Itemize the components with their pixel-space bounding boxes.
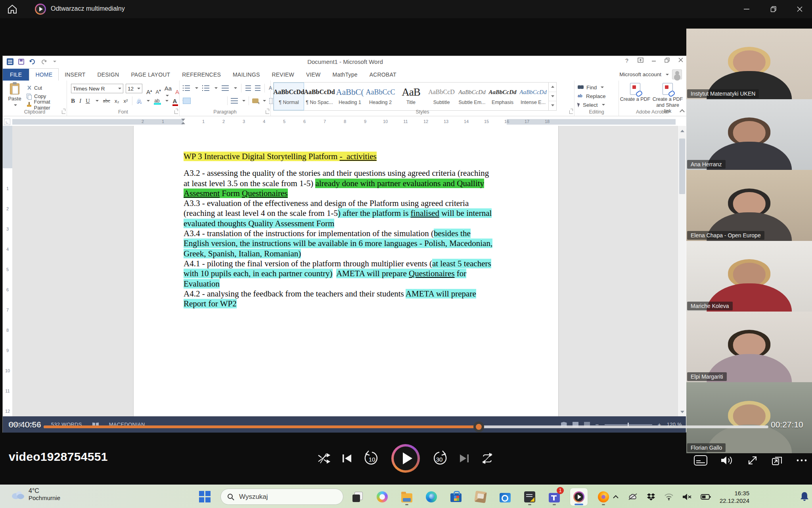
clear-formatting-button[interactable]: A [175, 89, 179, 95]
tab-acrobat[interactable]: ACROBAT [364, 69, 402, 81]
collapse-ribbon-icon[interactable] [680, 110, 684, 113]
paragraph-dialog-launcher[interactable] [266, 110, 269, 114]
format-painter-button[interactable]: Format Painter [27, 100, 67, 109]
more-options-icon[interactable] [796, 455, 807, 466]
paste-button[interactable]: Paste [5, 83, 24, 108]
font-color-button[interactable]: A [173, 98, 177, 104]
styles-scrollbar[interactable] [548, 83, 556, 110]
seek-bar[interactable] [44, 425, 768, 428]
restore-icon[interactable] [764, 0, 783, 18]
onedrive-paused-icon[interactable] [628, 493, 638, 501]
volume-icon[interactable] [720, 455, 734, 466]
media-player-icon[interactable] [570, 488, 588, 506]
font-name-select[interactable]: Times New R [71, 84, 123, 93]
vertical-ruler[interactable]: 123456789101112 [3, 126, 12, 416]
scrollbar-thumb[interactable] [679, 139, 685, 194]
justify-button[interactable] [216, 98, 224, 104]
scroll-down-icon[interactable] [680, 411, 684, 413]
tab-page-layout[interactable]: PAGE LAYOUT [125, 69, 176, 81]
cut-button[interactable]: Cut [27, 84, 67, 92]
tab-selector[interactable]: ∟ [4, 119, 10, 125]
tab-design[interactable]: DESIGN [91, 69, 125, 81]
style-emphasis[interactable]: AaBbCcDdEmphasis [487, 83, 518, 110]
tab-home[interactable]: HOME [29, 68, 59, 81]
dropbox-icon[interactable] [647, 493, 655, 501]
style-subtle-em-[interactable]: AaBbCcDdSubtle Em... [457, 83, 487, 110]
font-size-select[interactable]: 12 [126, 84, 142, 93]
decrease-indent-icon[interactable] [245, 85, 251, 91]
tab-insert[interactable]: INSERT [59, 69, 91, 81]
align-left-button[interactable] [183, 98, 191, 104]
highlight-color-button[interactable]: ab [154, 99, 159, 103]
copilot-icon[interactable] [373, 488, 391, 506]
edge-icon[interactable] [423, 488, 440, 506]
style--no-spac-[interactable]: AaBbCcDd¶ No Spac... [304, 83, 335, 110]
clipboard-dialog-launcher[interactable] [62, 110, 65, 114]
mini-player-icon[interactable] [771, 455, 783, 466]
repeat-off-icon[interactable] [481, 452, 494, 464]
minimize-icon[interactable] [737, 0, 756, 18]
word-close-icon[interactable] [677, 58, 684, 64]
indent-marker[interactable] [181, 119, 185, 121]
scroll-up-icon[interactable] [680, 130, 684, 132]
style-intense-e-[interactable]: AaBbCcDdIntense E... [518, 83, 548, 110]
line-spacing-icon[interactable] [231, 98, 238, 104]
increase-indent-icon[interactable] [255, 85, 260, 91]
style-title[interactable]: AaBTitle [396, 83, 426, 110]
close-icon[interactable] [791, 0, 809, 18]
indent-marker-bottom[interactable] [181, 122, 185, 124]
bold-button[interactable]: B [71, 98, 75, 104]
tab-file[interactable]: FILE [3, 69, 29, 81]
fullscreen-icon[interactable] [747, 455, 758, 466]
wifi-icon[interactable] [664, 493, 674, 500]
taskbar-clock[interactable]: 16:35 22.12.2024 [720, 489, 749, 504]
start-button[interactable] [199, 491, 211, 502]
subscript-button[interactable]: x₂ [115, 98, 119, 104]
select-button[interactable]: Select [578, 100, 606, 109]
tab-references[interactable]: REFERENCES [176, 69, 227, 81]
help-icon[interactable]: ? [623, 58, 630, 64]
tab-mathtype[interactable]: MathType [327, 69, 364, 81]
document-text[interactable]: WP 3 Interactive Digital Storytelling Pl… [184, 152, 559, 309]
style-heading-1[interactable]: AaBbC(Heading 1 [335, 83, 365, 110]
tab-view[interactable]: VIEW [300, 69, 327, 81]
play-icon[interactable] [391, 444, 420, 473]
captions-icon[interactable] [694, 455, 707, 466]
microsoft-store-icon[interactable] [447, 488, 465, 506]
style-subtitle[interactable]: AaBbCcDSubtitle [426, 83, 457, 110]
file-explorer-icon[interactable] [398, 488, 416, 506]
create-pdf-button[interactable]: Create a PDF [620, 83, 651, 102]
task-view-icon[interactable] [349, 488, 366, 506]
volume-muted-icon[interactable] [682, 493, 692, 501]
underline-dropdown-icon[interactable] [96, 100, 99, 102]
style--normal[interactable]: AaBbCcDd¶ Normal [274, 83, 304, 110]
horizontal-ruler[interactable]: ∟ 21123456789101112131415161718 [3, 118, 686, 126]
ribbon-options-icon[interactable] [637, 58, 644, 64]
word-restore-icon[interactable] [664, 58, 671, 64]
document-page[interactable]: WP 3 Interactive Digital Storytelling Pl… [133, 126, 559, 416]
weather-widget[interactable]: 4°C Pochmurnie [10, 487, 60, 501]
bullets-icon[interactable] [185, 85, 190, 91]
font-dialog-launcher[interactable] [174, 110, 178, 114]
text-effects-dropdown-icon[interactable] [147, 100, 150, 102]
firefox-icon[interactable] [595, 488, 612, 506]
document-scrollbar[interactable] [678, 126, 686, 416]
word-minimize-icon[interactable] [650, 58, 657, 64]
shading-icon[interactable] [252, 98, 259, 103]
strikethrough-button[interactable]: abc [103, 98, 110, 104]
superscript-button[interactable]: x² [123, 98, 128, 104]
underline-button[interactable]: U [86, 98, 90, 104]
tab-review[interactable]: REVIEW [266, 69, 300, 81]
microsoft-account[interactable]: Microsoft account [619, 69, 682, 79]
teams-icon[interactable]: 1 [546, 488, 563, 506]
align-center-button[interactable] [194, 98, 202, 104]
notepad-icon[interactable] [521, 488, 538, 506]
tab-mailings[interactable]: MAILINGS [227, 69, 266, 81]
highlight-dropdown-icon[interactable] [165, 100, 169, 102]
zoom-slider[interactable] [605, 424, 652, 425]
rewind-10-icon[interactable]: 10 [363, 450, 381, 466]
text-effects-button[interactable]: A [137, 98, 141, 104]
battery-icon[interactable] [701, 494, 711, 500]
numbering-icon[interactable] [204, 85, 209, 91]
previous-track-icon[interactable] [341, 453, 352, 464]
